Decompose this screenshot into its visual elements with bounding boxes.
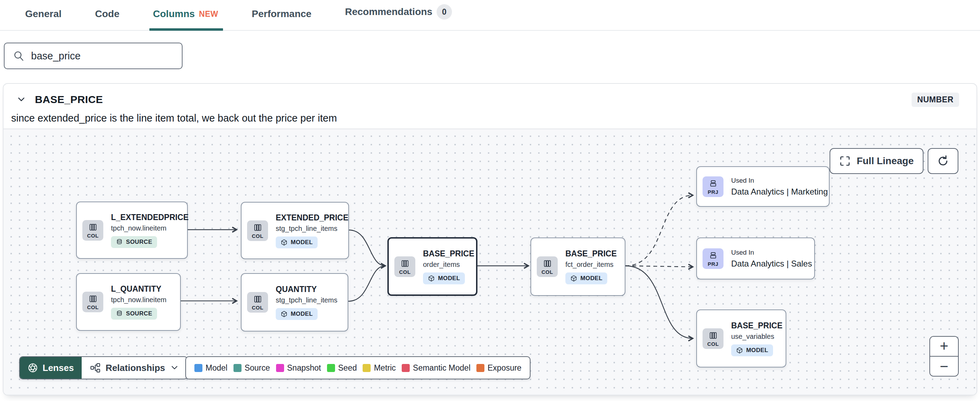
recommendations-count-badge: 0 [437, 4, 452, 19]
lineage-node-base-price-fct-order-items[interactable]: COL BASE_PRICE fct_order_items MODEL [530, 238, 625, 296]
cube-icon [428, 275, 435, 282]
tab-code-label: Code [95, 8, 119, 19]
refresh-button[interactable] [928, 148, 958, 174]
cube-icon [570, 275, 577, 282]
database-icon [116, 310, 123, 317]
lineage-node-base-price-use-variables[interactable]: COL BASE_PRICE use_variables MODEL [696, 310, 786, 367]
cube-icon [736, 347, 743, 354]
aperture-icon [27, 363, 38, 373]
lineage-node-quantity[interactable]: COL QUANTITY stg_tpch_line_items MODEL [241, 273, 348, 331]
node-title: L_EXTENDEDPRICE [111, 213, 188, 222]
node-title: QUANTITY [276, 285, 317, 294]
new-badge: NEW [199, 10, 218, 19]
model-badge: MODEL [423, 272, 465, 284]
column-chip: COL [83, 220, 103, 241]
chip-label: COL [87, 233, 99, 238]
edge-fct-sales [625, 266, 693, 267]
collapse-chevron-icon[interactable] [17, 96, 26, 104]
column-search[interactable] [4, 43, 183, 69]
lineage-node-base-price-order-items-selected[interactable]: COL BASE_PRICE order_items MODEL [387, 237, 477, 296]
zoom-out-button[interactable]: − [930, 357, 958, 376]
chip-label: COL [251, 305, 263, 310]
lineage-node-l-quantity[interactable]: COL L_QUANTITY tpch_now.lineitem SOURCE [76, 273, 181, 331]
project-chip: PRJ [703, 248, 724, 269]
chip-label: COL [87, 304, 99, 310]
tab-general[interactable]: General [25, 8, 61, 30]
lineage-node-used-in-sales[interactable]: PRJ Used In Data Analytics | Sales [696, 238, 815, 280]
cube-icon [281, 310, 288, 318]
chip-label: PRJ [708, 261, 719, 267]
node-subtitle: tpch_now.lineitem [111, 224, 167, 232]
column-chip: COL [395, 256, 415, 277]
chip-label: COL [251, 233, 263, 239]
node-title: L_QUANTITY [111, 284, 161, 294]
lenses-button[interactable]: Lenses [20, 357, 82, 379]
column-header: BASE_PRICE NUMBER [3, 84, 977, 109]
lineage-node-extended-price[interactable]: COL EXTENDED_PRICE stg_tpch_line_items M… [241, 202, 349, 259]
lineage-node-l-extendedprice[interactable]: COL L_EXTENDEDPRICE tpch_now.lineitem SO… [76, 201, 188, 259]
zoom-controls: + − [929, 336, 959, 377]
legend-item-seed: Seed [327, 363, 357, 373]
node-subtitle: stg_tpch_line_items [276, 225, 337, 233]
columns-icon [253, 223, 262, 232]
model-badge: MODEL [276, 236, 318, 248]
column-chip: COL [247, 292, 268, 313]
tab-code[interactable]: Code [95, 8, 119, 30]
node-title: BASE_PRICE [423, 249, 474, 259]
search-input[interactable] [31, 50, 173, 62]
columns-icon [253, 295, 262, 304]
lineage-toolbar: Lenses Relationships [19, 356, 188, 379]
column-description: since extended_price is the line item to… [3, 109, 977, 124]
badge-label: SOURCE [126, 238, 152, 246]
edge-fct-usevariables [625, 266, 693, 339]
tab-columns-label: Columns [153, 8, 195, 19]
badge-label: MODEL [291, 310, 313, 318]
tab-performance[interactable]: Performance [251, 8, 311, 30]
legend-label: Seed [338, 363, 357, 373]
node-title: BASE_PRICE [565, 249, 617, 259]
edge-fct-marketing [625, 195, 693, 266]
database-icon [116, 238, 123, 246]
edge-extprice-baseprice [349, 230, 385, 265]
badge-label: MODEL [746, 347, 768, 354]
column-chip: COL [703, 328, 724, 349]
model-swatch [194, 364, 202, 372]
node-title: EXTENDED_PRICE [276, 213, 348, 222]
semantic-model-swatch [402, 364, 410, 372]
legend-label: Snapshot [287, 363, 321, 373]
lineage-canvas[interactable]: COL L_EXTENDEDPRICE tpch_now.lineitem SO… [3, 129, 977, 395]
legend-label: Source [245, 363, 270, 373]
source-swatch [234, 364, 242, 372]
snapshot-swatch [276, 364, 284, 372]
column-title: BASE_PRICE [35, 94, 103, 105]
tab-recommendations[interactable]: Recommendations 0 [345, 4, 452, 30]
project-stack-icon [709, 179, 718, 188]
chevron-down-icon [170, 364, 179, 371]
legend-item-metric: Metric [363, 363, 396, 373]
search-icon [13, 50, 25, 62]
used-in-label: Used In [731, 177, 754, 184]
project-stack-icon [709, 251, 718, 260]
column-details-card: BASE_PRICE NUMBER since extended_price i… [3, 83, 977, 395]
tab-performance-label: Performance [251, 8, 311, 19]
zoom-in-button[interactable]: + [930, 337, 958, 356]
chip-label: PRJ [708, 189, 719, 195]
chip-label: COL [541, 269, 553, 275]
relationships-label: Relationships [106, 363, 165, 374]
relationships-dropdown[interactable]: Relationships [82, 357, 187, 379]
column-chip: COL [537, 256, 558, 277]
legend-label: Exposure [488, 363, 522, 373]
model-badge: MODEL [731, 344, 773, 356]
tab-columns[interactable]: Columns NEW [153, 8, 218, 30]
full-lineage-button[interactable]: Full Lineage [830, 148, 923, 174]
exposure-swatch [476, 364, 484, 372]
legend-label: Model [205, 363, 228, 373]
node-subtitle: fct_order_items [565, 260, 614, 268]
lineage-node-used-in-marketing[interactable]: PRJ Used In Data Analytics | Marketing [696, 166, 830, 207]
columns-icon [89, 294, 97, 303]
metric-swatch [363, 364, 371, 372]
lenses-label: Lenses [43, 363, 74, 374]
detail-tabbar: General Code Columns NEW Performance Rec… [0, 0, 980, 31]
source-badge: SOURCE [111, 236, 157, 248]
legend-item-snapshot: Snapshot [276, 363, 321, 373]
